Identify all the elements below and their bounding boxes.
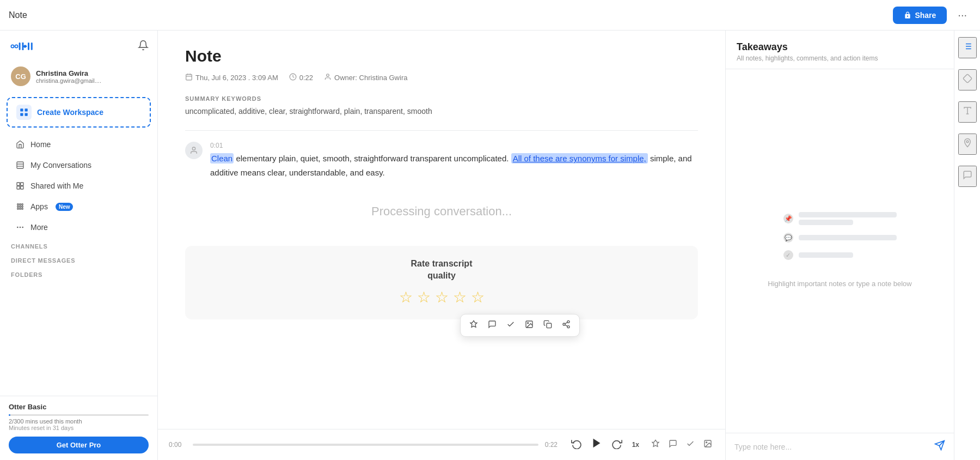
home-label: Home <box>30 140 51 149</box>
rewind-button[interactable] <box>569 436 584 454</box>
svg-point-23 <box>22 206 23 208</box>
right-panel-text-button[interactable] <box>958 101 977 123</box>
svg-point-18 <box>17 204 19 205</box>
transcript-section: 0:01 Clean elementary plain, quiet, smoo… <box>185 142 698 179</box>
toolbar-share-button[interactable] <box>558 317 575 334</box>
star-3[interactable]: ☆ <box>435 288 449 306</box>
sidebar-logo <box>9 38 47 55</box>
transcript-time: 0:01 <box>210 142 698 149</box>
upgrade-button[interactable]: Get Otter Pro <box>9 437 149 453</box>
play-button[interactable] <box>589 435 605 455</box>
lock-icon <box>904 11 911 19</box>
right-panel-list-button[interactable] <box>958 37 977 58</box>
transcript-part1: elementary plain, quiet, smooth, straigh… <box>236 154 511 163</box>
svg-point-41 <box>563 323 565 325</box>
highlighted-word[interactable]: Clean <box>210 153 234 164</box>
summary-label: SUMMARY KEYWORDS <box>185 95 698 102</box>
notifications-button[interactable] <box>138 40 149 53</box>
placeholder-check-icon: ✓ <box>783 250 793 260</box>
star-1[interactable]: ☆ <box>399 288 413 306</box>
placeholder-line-short-1 <box>799 220 853 225</box>
topbar-more-button[interactable]: ··· <box>953 7 971 23</box>
player-icons <box>649 437 714 452</box>
share-button[interactable]: Share <box>893 7 947 24</box>
svg-point-25 <box>20 208 21 210</box>
person-icon <box>324 73 332 82</box>
svg-point-5 <box>11 45 14 47</box>
placeholder-line-short-2 <box>799 252 853 258</box>
placeholder-text: Highlight important notes or type a note… <box>768 279 912 290</box>
star-5[interactable]: ☆ <box>471 288 485 306</box>
toolbar-action-button[interactable] <box>502 317 519 334</box>
channels-section-label: CHANNELS <box>0 238 157 252</box>
toolbar-comment-button[interactable] <box>483 317 501 334</box>
apps-new-badge: New <box>56 203 74 211</box>
fast-forward-button[interactable] <box>609 436 624 454</box>
progress-bar[interactable] <box>193 444 538 446</box>
sidebar-item-home[interactable]: Home <box>4 135 153 154</box>
svg-rect-3 <box>28 43 29 50</box>
main-layout: CG Christina Gwira christina.gwira@gmail… <box>0 31 980 460</box>
svg-point-36 <box>192 147 195 150</box>
rate-subtitle: quality <box>198 271 685 281</box>
takeaways-header: Takeaways All notes, highlights, comment… <box>726 31 954 69</box>
takeaways-body: 📌 💬 ✓ Highlight impo <box>726 69 954 433</box>
right-panel-pin-button[interactable] <box>958 134 977 155</box>
sidebar-item-shared-with-me[interactable]: Shared with Me <box>4 176 153 196</box>
speaker-avatar <box>185 142 203 159</box>
player-action-button[interactable] <box>684 437 697 452</box>
user-section[interactable]: CG Christina Gwira christina.gwira@gmail… <box>4 62 153 90</box>
star-rating[interactable]: ☆ ☆ ☆ ☆ ☆ <box>198 288 685 306</box>
topbar: Note Share ··· <box>0 0 980 31</box>
placeholder-rows: 📌 💬 ✓ <box>783 212 897 268</box>
sidebar: CG Christina Gwira christina.gwira@gmail… <box>0 31 158 460</box>
svg-point-42 <box>567 326 569 328</box>
audio-player: 0:00 0:22 1x <box>158 429 725 460</box>
svg-rect-4 <box>31 43 33 50</box>
toolbar-copy-button[interactable] <box>539 317 556 334</box>
note-input[interactable] <box>734 443 930 451</box>
placeholder-lines-1 <box>799 212 897 225</box>
right-icon-panel <box>954 31 980 460</box>
right-panel-diamond-button[interactable] <box>958 69 977 90</box>
more-label: More <box>30 223 48 232</box>
star-2[interactable]: ☆ <box>417 288 431 306</box>
player-image-button[interactable] <box>701 437 714 452</box>
toolbar-image-button[interactable] <box>520 317 538 334</box>
floating-toolbar <box>460 314 580 337</box>
create-workspace-label: Create Workspace <box>37 108 103 117</box>
speed-button[interactable]: 1x <box>629 439 642 451</box>
send-note-button[interactable] <box>934 440 945 453</box>
svg-rect-10 <box>25 113 28 116</box>
svg-point-19 <box>20 204 21 205</box>
sidebar-item-more[interactable]: More <box>4 217 153 237</box>
note-duration-text: 0:22 <box>299 74 313 82</box>
toolbar-pin-button[interactable] <box>465 317 482 334</box>
svg-point-22 <box>20 206 21 208</box>
shared-with-me-label: Shared with Me <box>30 181 83 190</box>
svg-point-27 <box>17 227 19 228</box>
svg-rect-39 <box>547 323 552 328</box>
highlighted-phrase[interactable]: All of these are synonyms for simple, <box>511 153 648 164</box>
svg-point-35 <box>327 74 329 77</box>
right-panel-comment-button[interactable] <box>958 166 977 187</box>
note-meta: Thu, Jul 6, 2023 . 3:09 AM 0:22 Owner: C… <box>185 73 698 82</box>
topbar-right: Share ··· <box>893 7 971 24</box>
topbar-title: Note <box>9 10 27 20</box>
star-4[interactable]: ☆ <box>453 288 467 306</box>
player-comment-button[interactable] <box>666 437 679 452</box>
sidebar-item-my-conversations[interactable]: My Conversations <box>4 155 153 175</box>
workspace-icon <box>16 105 32 120</box>
processing-section: Processing conversation... <box>185 188 698 235</box>
avatar: CG <box>11 66 30 86</box>
shared-icon <box>15 181 25 191</box>
svg-point-28 <box>20 227 21 228</box>
create-workspace-button[interactable]: Create Workspace <box>7 97 151 128</box>
takeaways-subtitle: All notes, highlights, comments, and act… <box>737 55 943 62</box>
sidebar-item-apps[interactable]: Apps New <box>4 197 153 216</box>
placeholder-line-long-2 <box>799 235 897 240</box>
workspace-plus-icon <box>19 107 29 117</box>
rate-section: Rate transcript quality ☆ ☆ ☆ ☆ ☆ <box>185 246 698 319</box>
svg-point-20 <box>22 204 23 205</box>
player-pin-button[interactable] <box>649 437 662 452</box>
